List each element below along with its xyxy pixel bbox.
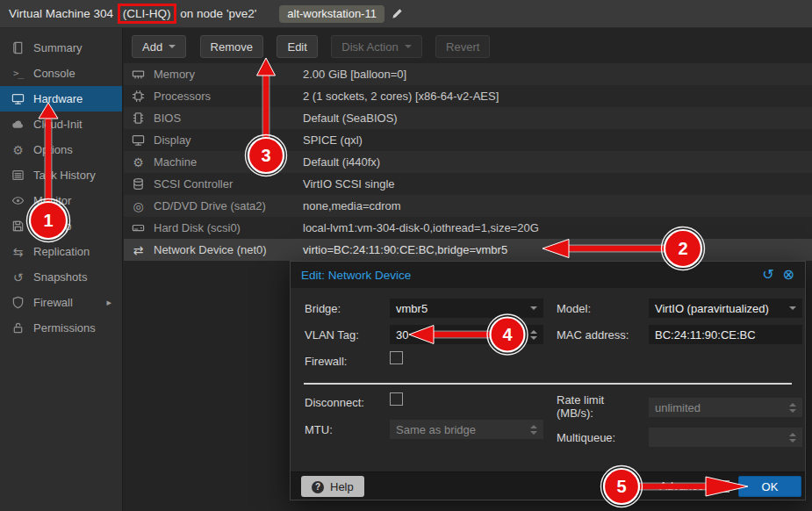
advanced-checkbox[interactable]: ✓ [717,480,729,493]
advanced-divider [304,383,792,385]
sidebar-item-snapshots[interactable]: ↺ Snapshots [0,264,122,290]
dialog-title: Edit: Network Device [301,269,411,282]
display-icon [11,92,25,106]
shield-icon [11,296,25,310]
sidebar-item-label: Monitor [33,194,71,207]
sidebar-item-monitor[interactable]: Monitor [0,188,122,213]
ok-button-label: OK [762,480,779,493]
rate-limit-label: Rate limit (MB/s): [557,393,630,420]
row-value: local-lvm1:vm-304-disk-0,iothread=1,size… [303,221,812,234]
sidebar-item-backup[interactable]: Backup [0,213,122,239]
mtu-label: MTU: [305,423,333,436]
sidebar-item-cloud-init[interactable]: Cloud-Init [0,112,122,137]
hardware-table: Memory 2.00 GiB [balloon=0] Processors 2… [124,63,812,261]
model-combobox[interactable]: VirtIO (paravirtualized) [649,299,802,318]
edit-button-label: Edit [287,40,306,54]
model-label: Model: [557,302,591,315]
chevron-right-icon: ▸ [106,297,111,308]
rate-limit-placeholder: unlimited [655,401,701,414]
question-icon: ? [312,479,324,493]
undo-icon[interactable]: ↺ [762,268,773,282]
list-icon [11,169,25,183]
sidebar-item-hardware[interactable]: Hardware [0,86,122,112]
row-label: BIOS [154,112,303,125]
remove-button[interactable]: Remove [200,35,263,58]
table-row-memory[interactable]: Memory 2.00 GiB [balloon=0] [124,63,812,85]
disconnect-label: Disconnect: [305,396,364,409]
spinner-icon[interactable] [530,425,537,435]
sidebar-item-label: Firewall [33,296,73,309]
table-row-machine[interactable]: ⚙ Machine Default (i440fx) [124,151,812,173]
disk-action-button[interactable]: Disk Action [331,35,421,58]
edit-button[interactable]: Edit [277,35,317,58]
add-button[interactable]: Add [132,35,186,58]
terminal-icon: >_ [11,67,25,81]
table-row-processors[interactable]: Processors 2 (1 sockets, 2 cores) [x86-6… [124,85,812,107]
mac-address-field[interactable]: BC:24:11:90:CE:BC [649,325,802,344]
toolbar: Add Remove Edit Disk Action Revert [124,28,812,63]
table-row-hard-disk[interactable]: Hard Disk (scsi0) local-lvm1:vm-304-disk… [124,217,812,239]
bridge-label: Bridge: [305,302,341,315]
revert-button[interactable]: Revert [435,35,490,58]
bios-icon [131,112,146,126]
spinner-icon[interactable] [789,433,796,443]
table-row-cdrom[interactable]: ◎ CD/DVD Drive (sata2) none,media=cdrom [124,195,812,217]
sidebar-item-console[interactable]: >_ Console [0,61,122,86]
cogs-icon: ⚙ [131,155,146,169]
disconnect-checkbox[interactable] [390,392,403,406]
hdd-icon [131,221,146,235]
revert-button-label: Revert [446,40,479,54]
sidebar-item-label: Backup [33,220,71,233]
table-row-network-device[interactable]: ⇄ Network Device (net0) virtio=BC:24:11:… [124,239,812,261]
sidebar-item-label: Cloud-Init [33,118,83,131]
rate-limit-field[interactable]: unlimited [649,398,802,417]
page-title-suffix: on node 'pve2' [177,7,257,20]
multiqueue-label: Multiqueue: [557,431,615,444]
mtu-placeholder: Same as bridge [396,423,476,436]
pencil-icon[interactable] [391,7,404,20]
remove-button-label: Remove [211,40,253,54]
dialog-header[interactable]: Edit: Network Device ↺ ⊗ [291,262,805,288]
scsi-icon [131,177,146,191]
sidebar-item-task-history[interactable]: Task History [0,162,122,188]
help-button[interactable]: ? Help [301,476,364,497]
sidebar-item-label: Snapshots [33,270,87,284]
sidebar-item-replication[interactable]: ⇆ Replication [0,239,122,264]
mtu-field[interactable]: Same as bridge [390,420,543,439]
caret-down-icon [169,45,176,48]
lock-icon [11,321,25,335]
advanced-label: Advanced [659,479,710,493]
sidebar-item-summary[interactable]: Summary [0,35,122,61]
bridge-combobox[interactable]: vmbr5 [390,299,543,318]
floppy-icon [11,220,25,234]
table-row-display[interactable]: Display SPICE (qxl) [124,129,812,151]
row-value: VirtIO SCSI single [303,177,812,191]
cloud-icon [11,118,25,132]
row-value: Default (i440fx) [303,155,812,169]
row-value: SPICE (qxl) [303,133,812,147]
sidebar-item-permissions[interactable]: Permissions [0,315,122,341]
row-label: Network Device (net0) [154,243,303,256]
multiqueue-field[interactable] [649,428,802,447]
page-title-prefix: Virtual Machine 304 [9,7,117,20]
caret-down-icon[interactable] [530,306,537,310]
ok-button[interactable]: OK [738,476,801,497]
history-icon: ↺ [11,270,25,284]
mac-address-label: MAC address: [557,328,629,342]
firewall-checkbox[interactable] [390,351,403,364]
row-value: 2 (1 sockets, 2 cores) [x86-64-v2-AES] [303,90,812,103]
sidebar-item-options[interactable]: ⚙ Options [0,137,122,162]
table-row-bios[interactable]: BIOS Default (SeaBIOS) [124,107,812,129]
table-row-scsi-controller[interactable]: SCSI Controller VirtIO SCSI single [124,173,812,195]
sidebar-item-label: Permissions [33,321,96,335]
close-icon[interactable]: ⊗ [783,268,794,282]
firewall-label: Firewall: [305,355,347,368]
row-value: 2.00 GiB [balloon=0] [303,68,812,81]
sidebar-item-firewall[interactable]: Firewall ▸ [0,290,122,315]
memory-icon [131,68,146,82]
vlan-tag-field[interactable]: 30 [390,325,543,344]
caret-down-icon[interactable] [789,306,796,310]
spinner-icon[interactable] [530,330,537,340]
row-label: Memory [154,68,303,81]
spinner-icon[interactable] [789,403,796,413]
